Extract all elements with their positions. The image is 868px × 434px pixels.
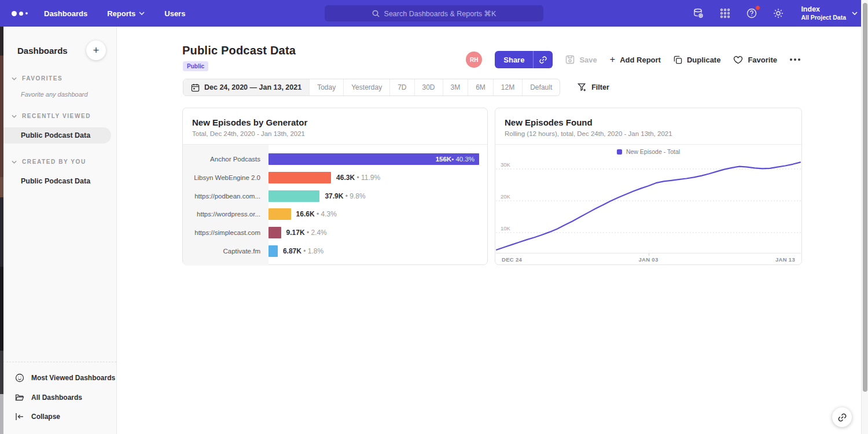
save-button[interactable]: Save [565,55,597,64]
filter-button[interactable]: Filter [578,83,609,92]
line-chart-title: New Episodes Found [505,117,792,127]
chevron-down-icon [12,77,17,80]
chevron-down-icon [852,12,858,15]
nav-dashboards[interactable]: Dashboards [44,9,87,18]
sidebar-title: Dashboards [17,46,68,56]
bar-chart-subtitle: Total, Dec 24th, 2020 - Jan 13th, 2021 [192,130,478,137]
smiley-icon [15,373,24,382]
link-icon [539,56,547,64]
add-dashboard-button[interactable]: + [86,41,106,60]
bar-chart-card: New Episodes by Generator Total, Dec 24t… [182,108,488,265]
search-input[interactable]: Search Dashboards & Reports ⌘K [325,5,543,21]
page-title: Public Podcast Data [182,44,296,57]
x-tick-mark [649,253,649,256]
date-range-group: Dec 24, 2020 — Jan 13, 2021 Today Yester… [183,79,560,96]
scrollbar-thumb[interactable] [863,3,867,392]
nav-reports[interactable]: Reports [107,9,145,18]
duplicate-button[interactable]: Duplicate [674,56,721,64]
preset-3m[interactable]: 3M [443,79,468,95]
preset-yesterday[interactable]: Yesterday [343,79,389,95]
copy-link-button[interactable] [533,51,553,68]
plus-icon: + [610,54,615,65]
sidebar: Dashboards + FAVORITES Favorite any dash… [3,27,117,434]
more-options-button[interactable] [790,58,800,61]
search-placeholder: Search Dashboards & Reports ⌘K [384,9,496,18]
preset-12m[interactable]: 12M [493,79,522,95]
data-management-icon[interactable] [692,7,705,20]
settings-gear-icon[interactable] [772,7,785,20]
favorite-button[interactable]: Favorite [733,56,777,64]
link-icon [837,413,847,422]
bar-row[interactable]: Anchor Podcasts 156K40.3% [183,152,487,167]
copy-icon [674,56,682,64]
bar-row[interactable]: https://podbean.com... 37.9K9.8% [183,189,487,204]
sidebar-item-public-podcast-data-created[interactable]: Public Podcast Data [3,173,116,189]
sidebar-footer: Most Viewed Dashboards All Dashboards Co… [3,362,116,431]
line-chart-subtitle: Rolling (12 hours), total, Dec 24th, 202… [505,130,792,137]
project-selector[interactable]: Index All Project Data [801,5,858,21]
bar-fill[interactable] [269,172,331,183]
mixpanel-logo-icon[interactable] [12,11,28,16]
floating-link-button[interactable] [832,407,852,427]
funnel-plus-icon [578,83,587,92]
x-label-jan03: JAN 03 [638,256,658,263]
bar-fill[interactable] [269,227,281,238]
preset-7d[interactable]: 7D [389,79,414,95]
help-icon[interactable] [745,7,758,20]
header-actions: RH Share Save + Add Report Duplicate [466,51,800,68]
bar-row[interactable]: Libsyn WebEngine 2.0 46.3K11.9% [183,170,487,185]
bar-chart-title: New Episodes by Generator [192,117,478,127]
most-viewed-dashboards-button[interactable]: Most Viewed Dashboards [3,368,116,388]
section-recently-viewed[interactable]: RECENTLY VIEWED [3,113,116,119]
x-axis: DEC 24 JAN 03 JAN 13 [496,253,801,265]
bar-fill[interactable]: 156K40.3% [269,153,479,165]
collapse-icon [15,413,24,421]
avatar[interactable]: RH [466,52,482,68]
bar-fill[interactable] [269,208,291,220]
y-tick-20k: 20K [501,193,510,200]
project-name: Index [801,5,846,14]
save-icon [565,55,575,64]
bar-row[interactable]: https://simplecast.com 9.17K2.4% [183,225,487,240]
bar-fill[interactable] [269,245,278,257]
legend-swatch [617,149,622,155]
x-label-jan13: JAN 13 [775,256,795,263]
collapse-sidebar-button[interactable]: Collapse [3,407,116,426]
y-tick-30k: 30K [501,161,510,168]
line-plot-area[interactable]: 30K 20K 10K [496,159,801,253]
chart-legend[interactable]: New Episode - Total [495,145,801,159]
top-navbar: Dashboards Reports Users Search Dashboar… [0,0,868,27]
heart-icon [733,56,743,64]
preset-default[interactable]: Default [522,79,560,95]
main-content: Public Podcast Data Public RH Share Save… [117,27,861,434]
section-favorites[interactable]: FAVORITES [3,75,116,82]
bar-fill[interactable] [269,190,319,202]
y-tick-10k: 10K [501,225,510,231]
chevron-down-icon [12,115,17,118]
preset-6m[interactable]: 6M [468,79,493,95]
vertical-scrollbar[interactable] [861,0,868,434]
add-report-button[interactable]: + Add Report [610,54,661,65]
public-badge: Public [183,61,208,71]
folder-icon [15,393,24,402]
project-subtitle: All Project Data [801,14,846,21]
sidebar-item-public-podcast-data[interactable]: Public Podcast Data [3,127,111,144]
bar-row[interactable]: https://wordpress.or... 16.6K4.3% [183,207,487,222]
legend-label: New Episode - Total [626,148,680,155]
bar-row[interactable]: Captivate.fm 6.87K1.8% [183,244,487,259]
x-label-dec24: DEC 24 [502,256,522,263]
section-created-by-you[interactable]: CREATED BY YOU [3,159,116,165]
line-chart-card: New Episodes Found Rolling (12 hours), t… [495,108,802,265]
share-button[interactable]: Share [495,51,553,68]
date-range-picker[interactable]: Dec 24, 2020 — Jan 13, 2021 [183,79,309,95]
preset-30d[interactable]: 30D [414,79,443,95]
bar-chart-body: Anchor Podcasts 156K40.3% Libsyn WebEngi… [183,145,487,266]
nav-users[interactable]: Users [164,9,185,18]
app-window: Dashboards Reports Users Search Dashboar… [0,0,868,434]
all-dashboards-button[interactable]: All Dashboards [3,388,116,407]
chevron-down-icon [12,160,17,164]
preset-today[interactable]: Today [309,79,343,95]
apps-grid-icon[interactable] [719,7,731,20]
notification-badge [755,5,760,10]
calendar-icon [191,83,200,92]
